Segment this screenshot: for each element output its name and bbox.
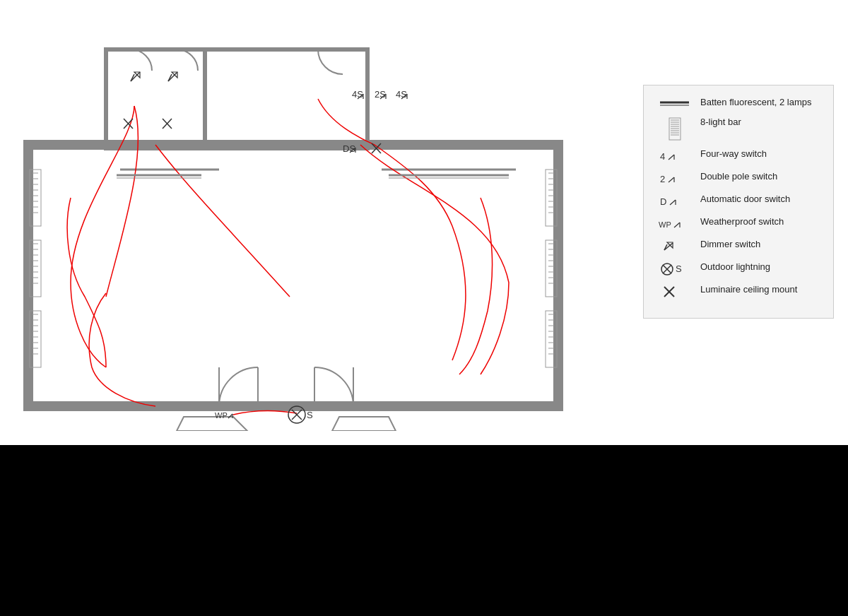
- legend-box: Batten fluorescent, 2 lamps 8-light bar: [643, 85, 834, 319]
- floorplan: 4S 2S 4S DS WP S: [14, 14, 594, 431]
- svg-text:D: D: [660, 196, 666, 207]
- 4way-switch-symbol: 4: [656, 148, 692, 164]
- svg-text:S: S: [676, 263, 682, 274]
- 2pole-switch-label: Double pole switch: [700, 171, 777, 183]
- svg-rect-0: [28, 145, 558, 406]
- auto-door-switch-label: Automatic door switch: [700, 194, 790, 206]
- luminaire-symbol: [656, 284, 692, 300]
- legend-item-dimmer: Dimmer switch: [656, 239, 820, 254]
- svg-text:4: 4: [660, 151, 665, 162]
- svg-line-121: [670, 200, 676, 205]
- 2pole-switch-symbol: 2: [656, 171, 692, 186]
- batten-fluorescent-label: Batten fluorescent, 2 lamps: [700, 97, 812, 109]
- outdoor-lightning-symbol: S: [656, 261, 692, 277]
- legend-item-8lightbar: 8-light bar: [656, 117, 820, 141]
- weatherproof-switch-label: Weatherproof switch: [700, 216, 784, 228]
- luminaire-label: Luminaire ceiling mount: [700, 284, 797, 296]
- svg-line-124: [674, 223, 680, 227]
- svg-text:S: S: [307, 410, 313, 420]
- svg-rect-2: [205, 49, 367, 148]
- legend-item-4way: 4 Four-way switch: [656, 148, 820, 164]
- batten-fluorescent-symbol: [656, 97, 692, 109]
- main-area: 4S 2S 4S DS WP S: [0, 0, 848, 445]
- 8lightbar-label: 8-light bar: [700, 117, 741, 129]
- black-area: [0, 445, 848, 616]
- svg-marker-66: [177, 417, 247, 431]
- svg-rect-1: [106, 49, 205, 148]
- svg-text:2S: 2S: [375, 89, 386, 100]
- svg-text:4S: 4S: [396, 89, 407, 100]
- weatherproof-switch-symbol: WP: [656, 216, 692, 232]
- svg-text:2: 2: [660, 174, 665, 184]
- svg-text:WP: WP: [659, 220, 671, 229]
- legend-item-outdoor: S Outdoor lightning: [656, 261, 820, 277]
- dimmer-switch-symbol: [656, 239, 692, 254]
- 4way-switch-label: Four-way switch: [700, 148, 767, 160]
- legend-item-weatherproof: WP Weatherproof switch: [656, 216, 820, 232]
- dimmer-switch-label: Dimmer switch: [700, 239, 760, 251]
- outdoor-lightning-label: Outdoor lightning: [700, 261, 770, 273]
- legend-item-batten: Batten fluorescent, 2 lamps: [656, 97, 820, 109]
- legend-item-2pole: 2 Double pole switch: [656, 171, 820, 186]
- svg-text:4S: 4S: [352, 89, 363, 100]
- legend-item-auto-door: D Automatic door switch: [656, 194, 820, 209]
- svg-text:WP: WP: [215, 411, 228, 420]
- auto-door-switch-symbol: D: [656, 194, 692, 209]
- legend-item-luminaire: Luminaire ceiling mount: [656, 284, 820, 300]
- svg-line-118: [669, 177, 674, 182]
- 8lightbar-symbol: [656, 117, 692, 141]
- svg-line-115: [669, 155, 674, 160]
- svg-marker-67: [332, 417, 396, 431]
